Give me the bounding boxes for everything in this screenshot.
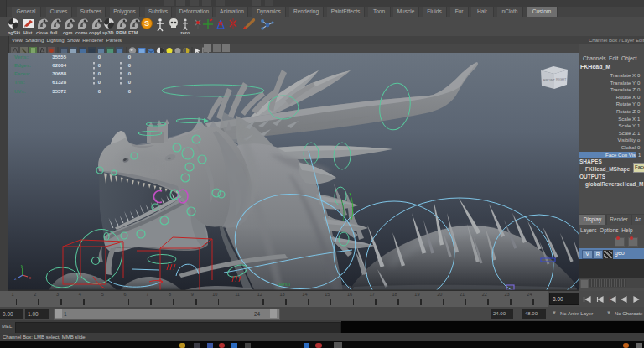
svg-text:FRONT: FRONT [543,78,555,82]
svg-text:x: x [29,275,31,280]
svg-text:z: z [14,276,17,281]
svg-text:RIGHT: RIGHT [556,77,567,81]
svg-text:persp: persp [278,282,291,287]
svg-text:S: S [144,19,149,28]
svg-text:y: y [21,263,23,268]
